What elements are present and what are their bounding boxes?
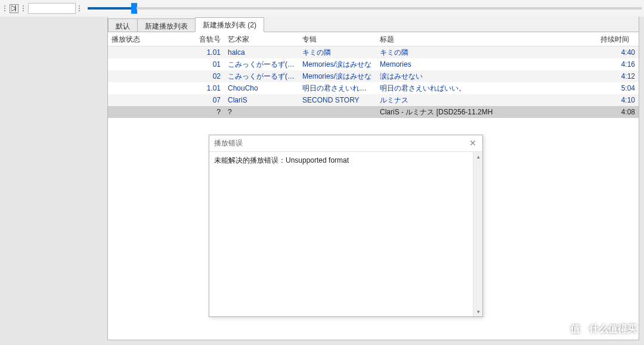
playlist-header-row: 播放状态 音轨号 艺术家 专辑 标题 持续时间 bbox=[108, 32, 639, 46]
tab-new-playlist[interactable]: 新建播放列表 bbox=[137, 18, 196, 32]
error-dialog-titlebar[interactable]: 播放错误 ✕ bbox=[209, 135, 482, 152]
side-panel bbox=[0, 17, 107, 345]
cell-status bbox=[108, 94, 174, 106]
cell-album: SECOND STORY bbox=[299, 94, 376, 106]
cell-duration: 4:16 bbox=[597, 58, 639, 70]
seek-progress bbox=[88, 7, 132, 10]
cell-album: 明日の君さえいればい bbox=[299, 82, 376, 94]
cell-album: キミの隣 bbox=[299, 46, 376, 58]
error-dialog[interactable]: 播放错误 ✕ 未能解决的播放错误：Unsupported format ▴ ▾ bbox=[209, 135, 483, 317]
playlist-row[interactable]: ??ClariS - ルミナス [DSD256-11.2MH4:08 bbox=[108, 106, 639, 118]
error-dialog-title: 播放错误 bbox=[214, 138, 243, 148]
cell-duration: 4:12 bbox=[597, 70, 639, 82]
cell-title: キミの隣 bbox=[376, 46, 597, 58]
scroll-up-icon[interactable]: ▴ bbox=[473, 152, 482, 161]
cell-artist: halca bbox=[224, 46, 299, 58]
cell-title: ClariS - ルミナス [DSD256-11.2MH bbox=[376, 106, 597, 118]
cell-track: 1.01 bbox=[174, 82, 224, 94]
playlist-row[interactable]: 01こみっくがーるず(赤...Memories/涙はみせなMemories4:1… bbox=[108, 58, 639, 70]
playback-info-box[interactable] bbox=[28, 3, 76, 14]
svg-rect-1 bbox=[15, 5, 16, 11]
cell-status bbox=[108, 46, 174, 58]
cell-album: Memories/涙はみせな bbox=[299, 70, 376, 82]
cell-title: 明日の君さえいればいい。 bbox=[376, 82, 597, 94]
playlist-row[interactable]: 07ClariSSECOND STORYルミナス4:10 bbox=[108, 94, 639, 106]
watermark: 值 什么值得买 bbox=[565, 319, 637, 339]
tab-new-playlist-2[interactable]: 新建播放列表 (2) bbox=[195, 17, 264, 32]
stop-button[interactable] bbox=[10, 4, 18, 13]
col-header-track[interactable]: 音轨号 bbox=[174, 32, 224, 46]
cell-artist: こみっくがーるず(赤... bbox=[224, 58, 299, 70]
close-icon[interactable]: ✕ bbox=[468, 139, 478, 148]
cell-status bbox=[108, 106, 174, 118]
toolbar-grip-2[interactable] bbox=[21, 2, 26, 14]
player-toolbar bbox=[0, 0, 644, 17]
cell-album: Memories/涙はみせな bbox=[299, 58, 376, 70]
seek-remaining bbox=[137, 7, 642, 10]
scroll-down-icon[interactable]: ▾ bbox=[473, 307, 482, 316]
cell-track: 02 bbox=[174, 70, 224, 82]
cell-duration: 5:04 bbox=[597, 82, 639, 94]
cell-status bbox=[108, 70, 174, 82]
col-header-duration[interactable]: 持续时间 bbox=[597, 32, 639, 46]
seek-slider[interactable] bbox=[88, 2, 642, 14]
cell-duration: 4:08 bbox=[597, 106, 639, 118]
cell-title: 涙はみせない bbox=[376, 70, 597, 82]
playlist-row[interactable]: 1.01ChouCho明日の君さえいればい明日の君さえいればいい。5:04 bbox=[108, 82, 639, 94]
playlist-row[interactable]: 1.01halcaキミの隣キミの隣4:40 bbox=[108, 46, 639, 58]
col-header-album[interactable]: 专辑 bbox=[299, 32, 376, 46]
error-dialog-body: 未能解决的播放错误：Unsupported format ▴ ▾ bbox=[209, 152, 482, 316]
cell-artist: こみっくがーるず(赤... bbox=[224, 70, 299, 82]
toolbar-grip[interactable] bbox=[2, 2, 7, 14]
col-header-artist[interactable]: 艺术家 bbox=[224, 32, 299, 46]
watermark-badge: 值 bbox=[565, 319, 586, 339]
toolbar-grip-3[interactable] bbox=[77, 2, 82, 14]
cell-title: ルミナス bbox=[376, 94, 597, 106]
cell-artist: ChouCho bbox=[224, 82, 299, 94]
playlist-row[interactable]: 02こみっくがーるず(赤...Memories/涙はみせな涙はみせない4:12 bbox=[108, 70, 639, 82]
cell-track: 01 bbox=[174, 58, 224, 70]
watermark-text: 什么值得买 bbox=[589, 323, 637, 335]
cell-status bbox=[108, 58, 174, 70]
cell-artist: ClariS bbox=[224, 94, 299, 106]
cell-duration: 4:10 bbox=[597, 94, 639, 106]
col-header-title[interactable]: 标题 bbox=[376, 32, 597, 46]
cell-duration: 4:40 bbox=[597, 46, 639, 58]
playlist-tabs: 默认 新建播放列表 新建播放列表 (2) bbox=[108, 17, 639, 32]
tab-default[interactable]: 默认 bbox=[108, 18, 138, 32]
cell-title: Memories bbox=[376, 58, 597, 70]
playlist-rows: 1.01halcaキミの隣キミの隣4:4001こみっくがーるず(赤...Memo… bbox=[108, 46, 639, 118]
error-dialog-message: 未能解决的播放错误：Unsupported format bbox=[214, 156, 478, 166]
stop-icon bbox=[11, 5, 17, 11]
cell-track: 07 bbox=[174, 94, 224, 106]
dialog-scrollbar[interactable]: ▴ ▾ bbox=[473, 152, 482, 316]
col-header-status[interactable]: 播放状态 bbox=[108, 32, 174, 46]
cell-track: 1.01 bbox=[174, 46, 224, 58]
cell-album bbox=[299, 106, 376, 118]
cell-status bbox=[108, 82, 174, 94]
cell-track: ? bbox=[174, 106, 224, 118]
cell-artist: ? bbox=[224, 106, 299, 118]
